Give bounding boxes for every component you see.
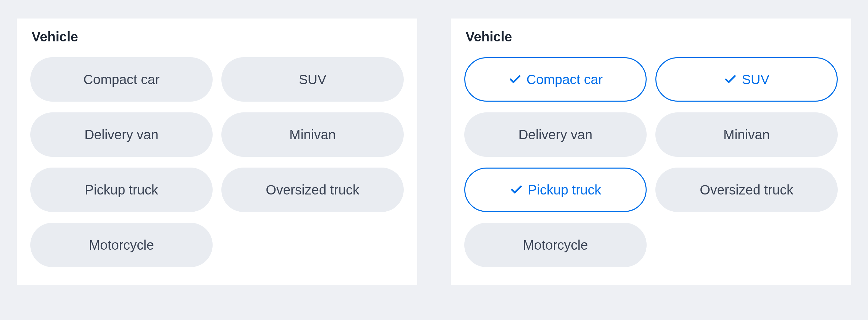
chip-label: Delivery van — [85, 128, 158, 141]
check-icon — [508, 73, 522, 86]
chip-label: Oversized truck — [266, 183, 359, 196]
vehicle-panel-selected: Vehicle Compact car SUV Delivery van Min… — [451, 19, 851, 285]
panel-title: Vehicle — [466, 29, 838, 44]
chip-label: Delivery van — [519, 128, 592, 141]
chip-label: Minivan — [723, 128, 770, 141]
chip-label: Pickup truck — [85, 183, 158, 196]
chip-motorcycle[interactable]: Motorcycle — [464, 223, 647, 267]
chip-label: Pickup truck — [528, 183, 601, 196]
check-icon — [510, 183, 523, 196]
chip-label: Compact car — [527, 73, 603, 86]
chip-label: Compact car — [84, 73, 160, 86]
chip-grid: Compact car SUV Delivery van Minivan Pic — [30, 57, 404, 267]
vehicle-panel-unselected: Vehicle Compact car SUV Delivery van Min… — [17, 19, 417, 285]
chip-minivan[interactable]: Minivan — [221, 113, 404, 157]
check-icon — [724, 73, 737, 86]
chip-label: SUV — [299, 73, 326, 86]
chip-compact-car[interactable]: Compact car — [30, 57, 213, 102]
chip-grid: Compact car SUV Delivery van Minivan Pic — [464, 57, 838, 267]
chip-oversized-truck[interactable]: Oversized truck — [655, 167, 838, 212]
chip-suv[interactable]: SUV — [655, 57, 838, 102]
chip-label: Motorcycle — [523, 238, 588, 252]
chip-pickup-truck[interactable]: Pickup truck — [464, 167, 647, 212]
chip-delivery-van[interactable]: Delivery van — [464, 113, 647, 157]
panel-title: Vehicle — [32, 29, 404, 44]
chip-delivery-van[interactable]: Delivery van — [30, 113, 213, 157]
chip-label: Minivan — [289, 128, 336, 141]
chip-label: SUV — [742, 73, 769, 86]
chip-motorcycle[interactable]: Motorcycle — [30, 223, 213, 267]
chip-minivan[interactable]: Minivan — [655, 113, 838, 157]
chip-label: Motorcycle — [89, 238, 154, 252]
chip-suv[interactable]: SUV — [221, 57, 404, 102]
chip-label: Oversized truck — [700, 183, 793, 196]
chip-pickup-truck[interactable]: Pickup truck — [30, 167, 213, 212]
chip-oversized-truck[interactable]: Oversized truck — [221, 167, 404, 212]
chip-compact-car[interactable]: Compact car — [464, 57, 647, 102]
